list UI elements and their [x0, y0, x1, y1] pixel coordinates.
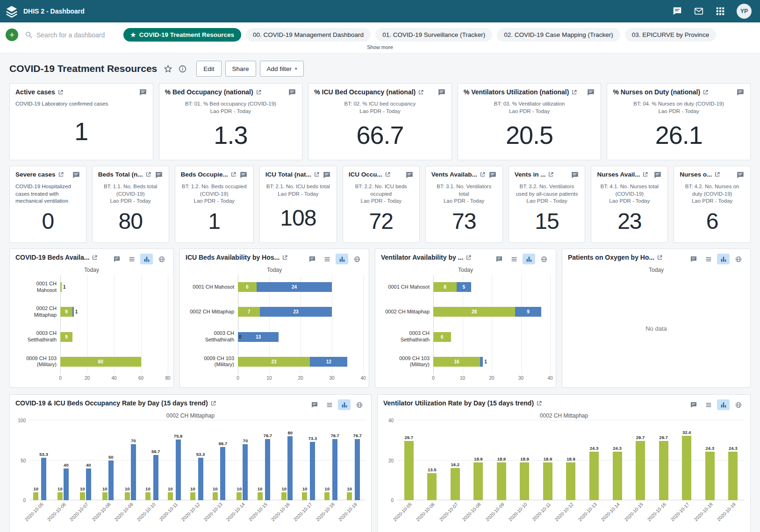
- chart: Today0001 CH Mahosot0002 CH Mittaphap000…: [15, 264, 168, 383]
- item-title: ICU Occu...: [349, 171, 402, 178]
- item-interpretations-button[interactable]: [653, 171, 662, 179]
- view-as-chart-button[interactable]: [717, 399, 730, 410]
- chart-bar: [728, 452, 738, 500]
- item-interpretations-button[interactable]: [405, 171, 414, 179]
- view-as-chart-button[interactable]: [338, 399, 351, 410]
- view-as-map-button[interactable]: [732, 254, 745, 264]
- dashboard-chip[interactable]: 00. COVID-19 Management Dashboard: [246, 28, 371, 42]
- chart-category-group: 1070: [119, 420, 142, 500]
- show-more-link[interactable]: Show more: [6, 42, 754, 53]
- messages-icon[interactable]: [694, 6, 704, 16]
- view-as-chart-button[interactable]: [523, 254, 535, 264]
- open-in-app-icon[interactable]: [256, 89, 262, 95]
- chart-bar: [213, 492, 218, 500]
- item-interpretations-button[interactable]: [488, 171, 497, 179]
- view-as-map-button[interactable]: [353, 399, 366, 410]
- apps-menu-icon[interactable]: [715, 6, 725, 16]
- item-interpretations-button[interactable]: [288, 88, 296, 97]
- item-title-text: Beds Total (n...: [98, 171, 143, 178]
- open-in-app-icon[interactable]: [418, 89, 424, 95]
- view-as-chart-button[interactable]: [336, 254, 348, 264]
- dashboard-info-icon[interactable]: [178, 64, 187, 73]
- view-as-map-button[interactable]: [155, 254, 168, 264]
- dashboard-chip[interactable]: 02. COVID-19 Case Mapping (Tracker): [497, 28, 620, 42]
- item-interpretations-button[interactable]: [306, 254, 318, 264]
- chart-bar: [265, 439, 270, 500]
- open-in-app-icon[interactable]: [548, 171, 554, 177]
- item-title: Nurses Avail...: [597, 171, 651, 178]
- item-interpretations-button[interactable]: [687, 254, 700, 264]
- open-in-app-icon[interactable]: [145, 171, 151, 177]
- chart-category-group: 18.9: [559, 420, 583, 500]
- open-in-app-icon[interactable]: [57, 89, 64, 95]
- open-in-app-icon[interactable]: [657, 255, 663, 261]
- dashboard-item: ICU Occu...BT: 2.2. No. ICU beds occupie…: [343, 166, 420, 243]
- item-interpretations-button[interactable]: [687, 399, 700, 410]
- item-interpretations-button[interactable]: [587, 88, 595, 97]
- open-in-app-icon[interactable]: [480, 171, 486, 177]
- edit-button[interactable]: Edit: [196, 61, 221, 77]
- chart-bar-segment: 13: [238, 332, 279, 342]
- view-as-chart-button[interactable]: [140, 254, 153, 264]
- dashboard-search-input[interactable]: [36, 31, 115, 39]
- open-in-app-icon[interactable]: [282, 255, 288, 261]
- item-interpretations-button[interactable]: [736, 171, 745, 179]
- bar-value-label: 32.4: [682, 430, 691, 435]
- item-interpretations-button[interactable]: [308, 399, 321, 410]
- item-interpretations-button[interactable]: [139, 88, 147, 97]
- bar-value-label: 70: [243, 438, 248, 443]
- view-as-chart-button[interactable]: [717, 254, 730, 264]
- open-in-app-icon[interactable]: [714, 171, 720, 177]
- item-subtitle-line: BT: 2.2. No. ICU beds occupied: [349, 183, 414, 198]
- open-in-app-icon[interactable]: [230, 171, 237, 177]
- add-filter-button[interactable]: Add filter▾: [260, 61, 304, 77]
- share-button[interactable]: Share: [225, 61, 256, 77]
- chevron-down-icon: ▾: [295, 66, 297, 71]
- bar-value-label: 75.9: [174, 433, 183, 439]
- axis-tick-label: 0: [59, 376, 62, 381]
- open-in-app-icon[interactable]: [536, 400, 542, 406]
- view-as-table-button[interactable]: [702, 399, 715, 410]
- dashboard-chip[interactable]: 01. COVID-19 Surveillance (Tracker): [375, 28, 492, 42]
- open-in-app-icon[interactable]: [92, 255, 98, 261]
- view-as-table-button[interactable]: [323, 399, 336, 410]
- item-interpretations-button[interactable]: [155, 171, 163, 179]
- open-in-app-icon[interactable]: [642, 171, 648, 177]
- view-as-table-button[interactable]: [702, 254, 715, 264]
- open-in-app-icon[interactable]: [314, 171, 320, 177]
- item-interpretations-button[interactable]: [323, 171, 331, 179]
- user-avatar[interactable]: YP: [737, 4, 752, 19]
- dashboard-chip[interactable]: ★COVID-19 Treatment Resources: [123, 28, 241, 42]
- item-subtitle: COVID-19 Laboratory confirmed cases: [15, 100, 147, 108]
- dashboard-chip[interactable]: 03. EPICURVE by Province: [625, 28, 717, 42]
- star-dashboard-icon[interactable]: [164, 64, 172, 73]
- item-interpretations-button[interactable]: [110, 254, 123, 264]
- view-as-table-button[interactable]: [125, 254, 138, 264]
- item-title-text: Severe cases: [15, 171, 56, 178]
- open-in-app-icon[interactable]: [571, 89, 577, 95]
- chart-category-group: 24.3: [606, 420, 629, 500]
- item-interpretations-button[interactable]: [239, 171, 248, 179]
- item-interpretations-button[interactable]: [736, 88, 745, 97]
- open-in-app-icon[interactable]: [210, 400, 216, 406]
- item-subtitle-line: COVID-19 Hospitalized cases treated with…: [15, 183, 80, 205]
- item-interpretations-button[interactable]: [571, 171, 579, 179]
- new-dashboard-button[interactable]: +: [6, 28, 18, 41]
- item-title: COVID-19 Beds Availa...: [15, 254, 108, 261]
- open-in-app-icon[interactable]: [466, 255, 472, 261]
- open-in-app-icon[interactable]: [385, 171, 391, 177]
- open-in-app-icon[interactable]: [703, 89, 709, 95]
- item-interpretations-button[interactable]: [493, 254, 505, 264]
- view-as-table-button[interactable]: [508, 254, 520, 264]
- item-interpretations-button[interactable]: [437, 88, 446, 97]
- open-in-app-icon[interactable]: [58, 171, 64, 177]
- interpretations-icon[interactable]: [672, 6, 682, 16]
- item-title: ICU Total (nat...: [265, 171, 320, 178]
- view-as-map-button[interactable]: [732, 399, 745, 410]
- view-as-map-button[interactable]: [351, 254, 363, 264]
- chart-category-group: 1070: [231, 420, 253, 500]
- view-as-map-button[interactable]: [538, 254, 550, 264]
- view-as-table-button[interactable]: [321, 254, 333, 264]
- item-interpretations-button[interactable]: [72, 171, 80, 179]
- dhis2-logo-icon[interactable]: [5, 4, 19, 18]
